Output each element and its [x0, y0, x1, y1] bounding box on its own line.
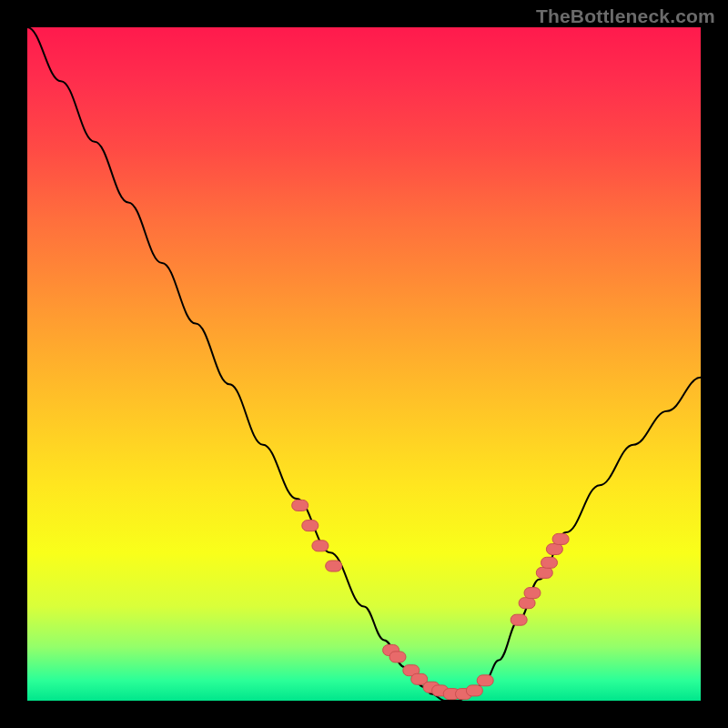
- curve-marker: [292, 500, 308, 511]
- curve-marker: [546, 544, 562, 555]
- watermark-text: TheBottleneck.com: [536, 5, 715, 27]
- plot-area: [27, 27, 701, 701]
- curve-marker: [541, 557, 558, 568]
- curve-marker: [312, 541, 329, 551]
- curve-marker: [519, 598, 535, 609]
- curve-marker: [302, 521, 318, 531]
- curve-marker: [466, 685, 482, 696]
- curve-marker: [326, 561, 342, 571]
- curve-markers: [292, 500, 569, 699]
- curve-svg: [27, 27, 701, 701]
- chart-stage: TheBottleneck.com: [0, 0, 728, 728]
- curve-marker: [524, 588, 541, 599]
- curve-marker: [511, 614, 527, 625]
- curve-marker: [552, 533, 569, 544]
- curve-marker: [536, 567, 552, 578]
- curve-marker: [477, 675, 493, 686]
- curve-marker: [389, 652, 406, 662]
- bottleneck-curve: [27, 27, 701, 701]
